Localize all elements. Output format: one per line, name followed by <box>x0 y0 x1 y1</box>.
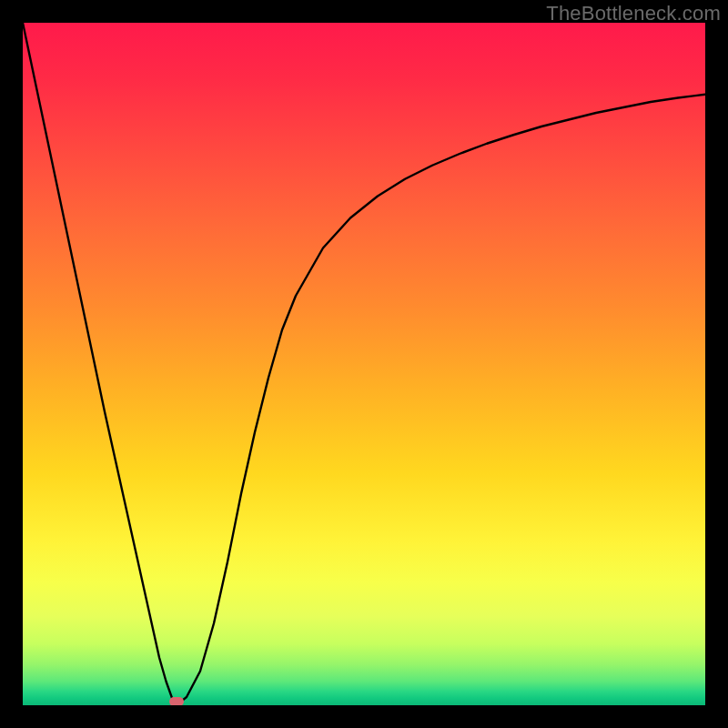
watermark-label: TheBottleneck.com <box>546 2 721 25</box>
curve-svg <box>23 23 705 705</box>
chart-stage: TheBottleneck.com <box>0 0 728 728</box>
plot-area <box>23 23 705 705</box>
optimum-marker <box>169 697 184 705</box>
bottleneck-curve <box>23 23 705 703</box>
